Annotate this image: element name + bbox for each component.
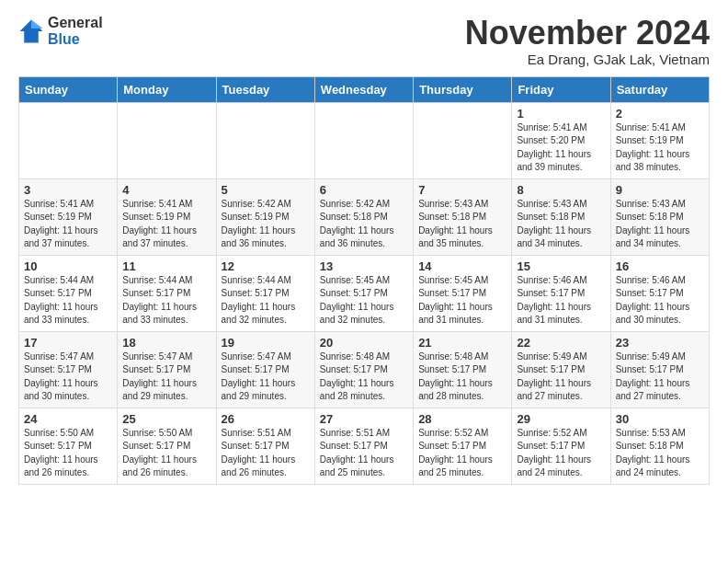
calendar-week-row: 3Sunrise: 5:41 AM Sunset: 5:19 PM Daylig… xyxy=(19,178,710,255)
calendar-header-wednesday: Wednesday xyxy=(314,76,413,102)
calendar-cell: 23Sunrise: 5:49 AM Sunset: 5:17 PM Dayli… xyxy=(610,331,709,408)
day-number: 28 xyxy=(418,412,506,426)
day-number: 30 xyxy=(616,412,704,426)
day-number: 26 xyxy=(222,412,310,426)
calendar-cell: 18Sunrise: 5:47 AM Sunset: 5:17 PM Dayli… xyxy=(118,331,216,408)
day-number: 8 xyxy=(517,183,605,197)
day-info: Sunrise: 5:51 AM Sunset: 5:17 PM Dayligh… xyxy=(222,427,310,480)
day-number: 10 xyxy=(24,259,112,273)
day-info: Sunrise: 5:45 AM Sunset: 5:17 PM Dayligh… xyxy=(320,274,408,327)
calendar-week-row: 10Sunrise: 5:44 AM Sunset: 5:17 PM Dayli… xyxy=(19,255,710,331)
calendar-week-row: 1Sunrise: 5:41 AM Sunset: 5:20 PM Daylig… xyxy=(19,102,710,178)
day-info: Sunrise: 5:43 AM Sunset: 5:18 PM Dayligh… xyxy=(616,198,704,251)
day-info: Sunrise: 5:52 AM Sunset: 5:17 PM Dayligh… xyxy=(517,427,605,480)
day-number: 5 xyxy=(222,183,310,197)
logo-icon xyxy=(18,18,44,44)
day-info: Sunrise: 5:46 AM Sunset: 5:17 PM Dayligh… xyxy=(616,274,704,327)
day-info: Sunrise: 5:43 AM Sunset: 5:18 PM Dayligh… xyxy=(418,198,506,251)
day-info: Sunrise: 5:43 AM Sunset: 5:18 PM Dayligh… xyxy=(517,198,605,251)
logo-general-text: General xyxy=(48,15,103,31)
day-number: 21 xyxy=(418,336,506,350)
day-number: 7 xyxy=(418,183,506,197)
calendar-cell: 9Sunrise: 5:43 AM Sunset: 5:18 PM Daylig… xyxy=(610,178,709,255)
day-info: Sunrise: 5:41 AM Sunset: 5:20 PM Dayligh… xyxy=(517,121,605,175)
day-number: 25 xyxy=(122,412,210,426)
day-info: Sunrise: 5:41 AM Sunset: 5:19 PM Dayligh… xyxy=(616,121,704,175)
calendar-cell: 1Sunrise: 5:41 AM Sunset: 5:20 PM Daylig… xyxy=(512,102,610,178)
day-number: 11 xyxy=(122,259,210,273)
calendar-cell xyxy=(414,102,512,178)
calendar-cell: 7Sunrise: 5:43 AM Sunset: 5:18 PM Daylig… xyxy=(414,178,512,255)
day-number: 1 xyxy=(517,107,605,121)
calendar-cell: 20Sunrise: 5:48 AM Sunset: 5:17 PM Dayli… xyxy=(314,331,413,408)
calendar-cell: 13Sunrise: 5:45 AM Sunset: 5:17 PM Dayli… xyxy=(314,255,413,331)
day-number: 27 xyxy=(320,412,408,426)
calendar-cell: 19Sunrise: 5:47 AM Sunset: 5:17 PM Dayli… xyxy=(216,331,314,408)
calendar-cell: 8Sunrise: 5:43 AM Sunset: 5:18 PM Daylig… xyxy=(512,178,610,255)
day-info: Sunrise: 5:48 AM Sunset: 5:17 PM Dayligh… xyxy=(418,350,506,404)
day-info: Sunrise: 5:41 AM Sunset: 5:19 PM Dayligh… xyxy=(24,198,112,251)
day-info: Sunrise: 5:44 AM Sunset: 5:17 PM Dayligh… xyxy=(122,274,210,327)
calendar-header-sunday: Sunday xyxy=(19,76,118,102)
header: General Blue November 2024 Ea Drang, GJa… xyxy=(18,15,710,67)
calendar-cell: 5Sunrise: 5:42 AM Sunset: 5:19 PM Daylig… xyxy=(216,178,314,255)
logo-text: General Blue xyxy=(48,15,103,47)
day-number: 15 xyxy=(517,259,605,273)
calendar-week-row: 24Sunrise: 5:50 AM Sunset: 5:17 PM Dayli… xyxy=(19,408,710,484)
calendar-cell: 17Sunrise: 5:47 AM Sunset: 5:17 PM Dayli… xyxy=(19,331,118,408)
day-number: 19 xyxy=(222,336,310,350)
day-number: 16 xyxy=(616,259,704,273)
calendar-cell: 25Sunrise: 5:50 AM Sunset: 5:17 PM Dayli… xyxy=(118,408,216,484)
day-info: Sunrise: 5:47 AM Sunset: 5:17 PM Dayligh… xyxy=(222,350,310,404)
calendar-cell: 2Sunrise: 5:41 AM Sunset: 5:19 PM Daylig… xyxy=(610,102,709,178)
day-info: Sunrise: 5:42 AM Sunset: 5:18 PM Dayligh… xyxy=(320,198,408,251)
calendar-cell: 10Sunrise: 5:44 AM Sunset: 5:17 PM Dayli… xyxy=(19,255,118,331)
svg-marker-1 xyxy=(31,19,42,28)
day-info: Sunrise: 5:42 AM Sunset: 5:19 PM Dayligh… xyxy=(222,198,310,251)
day-number: 29 xyxy=(517,412,605,426)
calendar-cell: 22Sunrise: 5:49 AM Sunset: 5:17 PM Dayli… xyxy=(512,331,610,408)
calendar-cell: 15Sunrise: 5:46 AM Sunset: 5:17 PM Dayli… xyxy=(512,255,610,331)
calendar-cell xyxy=(19,102,118,178)
calendar-header-saturday: Saturday xyxy=(610,76,709,102)
day-info: Sunrise: 5:53 AM Sunset: 5:18 PM Dayligh… xyxy=(616,427,704,480)
day-info: Sunrise: 5:44 AM Sunset: 5:17 PM Dayligh… xyxy=(222,274,310,327)
calendar-header-row: SundayMondayTuesdayWednesdayThursdayFrid… xyxy=(19,76,710,102)
calendar-cell: 14Sunrise: 5:45 AM Sunset: 5:17 PM Dayli… xyxy=(414,255,512,331)
calendar-cell: 11Sunrise: 5:44 AM Sunset: 5:17 PM Dayli… xyxy=(118,255,216,331)
day-number: 14 xyxy=(418,259,506,273)
day-info: Sunrise: 5:49 AM Sunset: 5:17 PM Dayligh… xyxy=(616,350,704,404)
day-info: Sunrise: 5:52 AM Sunset: 5:17 PM Dayligh… xyxy=(418,427,506,480)
day-number: 17 xyxy=(24,336,112,350)
calendar-cell: 29Sunrise: 5:52 AM Sunset: 5:17 PM Dayli… xyxy=(512,408,610,484)
calendar-cell: 28Sunrise: 5:52 AM Sunset: 5:17 PM Dayli… xyxy=(414,408,512,484)
day-number: 4 xyxy=(122,183,210,197)
day-info: Sunrise: 5:47 AM Sunset: 5:17 PM Dayligh… xyxy=(24,350,112,404)
day-number: 22 xyxy=(517,336,605,350)
calendar-cell xyxy=(314,102,413,178)
day-info: Sunrise: 5:48 AM Sunset: 5:17 PM Dayligh… xyxy=(320,350,408,404)
page: General Blue November 2024 Ea Drang, GJa… xyxy=(0,0,728,494)
calendar-cell: 26Sunrise: 5:51 AM Sunset: 5:17 PM Dayli… xyxy=(216,408,314,484)
day-number: 23 xyxy=(616,336,704,350)
logo: General Blue xyxy=(18,15,103,47)
calendar-cell: 12Sunrise: 5:44 AM Sunset: 5:17 PM Dayli… xyxy=(216,255,314,331)
calendar-header-monday: Monday xyxy=(118,76,216,102)
calendar-cell: 3Sunrise: 5:41 AM Sunset: 5:19 PM Daylig… xyxy=(19,178,118,255)
calendar-header-friday: Friday xyxy=(512,76,610,102)
day-number: 6 xyxy=(320,183,408,197)
month-title: November 2024 xyxy=(465,15,710,52)
day-number: 3 xyxy=(24,183,112,197)
calendar-table: SundayMondayTuesdayWednesdayThursdayFrid… xyxy=(18,76,710,485)
calendar-cell: 24Sunrise: 5:50 AM Sunset: 5:17 PM Dayli… xyxy=(19,408,118,484)
calendar-cell: 6Sunrise: 5:42 AM Sunset: 5:18 PM Daylig… xyxy=(314,178,413,255)
day-number: 24 xyxy=(24,412,112,426)
calendar-week-row: 17Sunrise: 5:47 AM Sunset: 5:17 PM Dayli… xyxy=(19,331,710,408)
day-info: Sunrise: 5:41 AM Sunset: 5:19 PM Dayligh… xyxy=(122,198,210,251)
day-number: 9 xyxy=(616,183,704,197)
day-info: Sunrise: 5:50 AM Sunset: 5:17 PM Dayligh… xyxy=(24,427,112,480)
calendar-header-thursday: Thursday xyxy=(414,76,512,102)
day-info: Sunrise: 5:44 AM Sunset: 5:17 PM Dayligh… xyxy=(24,274,112,327)
calendar-cell: 21Sunrise: 5:48 AM Sunset: 5:17 PM Dayli… xyxy=(414,331,512,408)
calendar-cell xyxy=(118,102,216,178)
